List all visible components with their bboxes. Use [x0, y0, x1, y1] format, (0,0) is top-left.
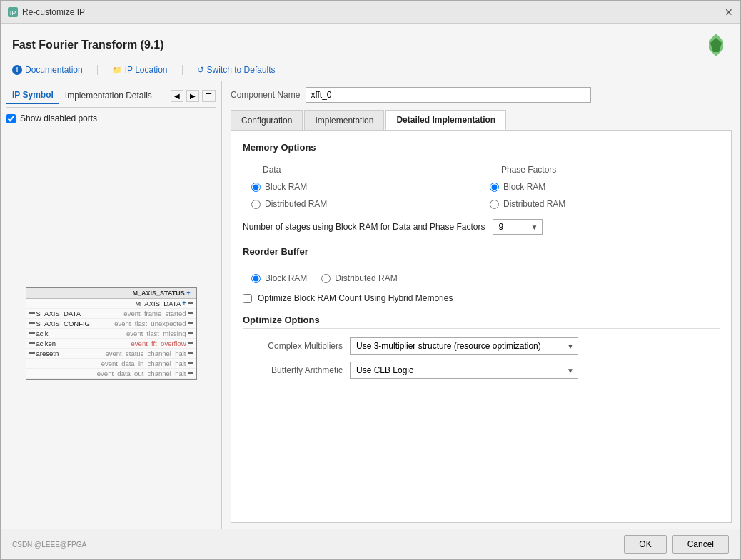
complex-multipliers-row: Complex Multipliers Use 3-multiplier str…	[243, 337, 720, 355]
block-ram-row: Block RAM Block RAM	[243, 180, 720, 193]
phase-block-ram-radio[interactable]	[490, 183, 499, 192]
stages-label: Number of stages using Block RAM for Dat…	[243, 222, 485, 232]
butterfly-arithmetic-label: Butterfly Arithmetic	[243, 365, 343, 375]
left-panel-nav: ◀ ▶ ☰	[171, 90, 216, 102]
data-distributed-ram-label: Distributed RAM	[265, 199, 327, 209]
component-name-input[interactable]: xfft_0	[306, 87, 591, 103]
close-button[interactable]: ✕	[725, 6, 733, 18]
main-content: IP Symbol Implementation Details ◀ ▶ ☰ S…	[1, 81, 740, 529]
main-window: IP Re-customize IP ✕ Fast Fourier Transf…	[0, 0, 741, 560]
phase-distributed-ram-radio[interactable]	[490, 200, 499, 209]
tab-detailed-implementation[interactable]: Detailed Implementation	[385, 110, 506, 130]
memory-col-headers: Data Phase Factors	[243, 165, 720, 175]
data-block-ram-radio[interactable]	[251, 183, 261, 192]
stages-select[interactable]: 1234 5678 910	[493, 219, 543, 235]
stages-select-wrapper: 1234 5678 910 ▼	[493, 219, 543, 235]
optimize-options-section: Optimize Options Complex Multipliers Use…	[243, 315, 720, 379]
tab-content-detailed: Memory Options Data Phase Factors Block …	[231, 131, 732, 523]
component-name-row: Component Name xfft_0	[231, 87, 732, 103]
header: Fast Fourier Transform (9.1) i Documenta…	[1, 24, 740, 81]
tab-implementation[interactable]: Implementation	[304, 110, 384, 130]
optimize-checkbox-row: Optimize Block RAM Count Using Hybrid Me…	[243, 293, 720, 303]
switch-to-defaults-link[interactable]: ↺ Switch to Defaults	[197, 65, 276, 75]
app-title: Fast Fourier Transform (9.1)	[12, 39, 164, 51]
nav-menu-button[interactable]: ☰	[202, 90, 216, 102]
right-panel: Component Name xfft_0 Configuration Impl…	[222, 81, 740, 529]
optimize-hybrid-label: Optimize Block RAM Count Using Hybrid Me…	[258, 293, 453, 303]
tab-configuration[interactable]: Configuration	[231, 110, 303, 130]
tab-ip-symbol[interactable]: IP Symbol	[6, 87, 59, 104]
phase-distributed-ram-label: Distributed RAM	[503, 199, 565, 209]
reorder-block-ram: Block RAM	[251, 273, 307, 283]
symbol-title: M_AXIS_STATUS +	[26, 288, 196, 299]
reorder-buffer-section: Reorder Buffer Block RAM Distributed RAM	[243, 246, 720, 303]
tab-implementation-details[interactable]: Implementation Details	[59, 88, 158, 103]
stages-row: Number of stages using Block RAM for Dat…	[243, 219, 720, 235]
refresh-icon: ↺	[197, 65, 204, 75]
memory-options-section: Memory Options Data Phase Factors Block …	[243, 142, 720, 235]
app-icon: IP	[8, 7, 18, 17]
nav-next-button[interactable]: ▶	[186, 90, 199, 102]
ok-button[interactable]: OK	[624, 535, 666, 554]
symbol-port-m-axis-data: M_AXIS_DATA +	[26, 299, 196, 309]
reorder-radio-row: Block RAM Distributed RAM	[243, 269, 720, 287]
title-bar-left: IP Re-customize IP	[8, 7, 85, 17]
ip-location-link[interactable]: 📁 IP Location	[112, 65, 168, 75]
header-title-row: Fast Fourier Transform (9.1)	[12, 32, 729, 58]
cancel-button[interactable]: Cancel	[672, 535, 729, 554]
symbol-box: M_AXIS_STATUS + M_AXIS_DATA +	[26, 287, 197, 380]
reorder-block-ram-radio[interactable]	[251, 274, 261, 283]
phase-factors-col-header: Phase Factors	[481, 165, 720, 175]
symbol-port-row-4: aclken event_fft_overflow	[26, 339, 196, 349]
symbol-port-row-2: S_AXIS_CONFIG event_tlast_unexpected	[26, 319, 196, 329]
title-bar: IP Re-customize IP ✕	[1, 1, 740, 24]
location-icon: 📁	[112, 66, 122, 75]
reorder-distributed-ram: Distributed RAM	[321, 273, 397, 283]
memory-options-title: Memory Options	[243, 142, 720, 156]
data-distributed-ram: Distributed RAM	[243, 198, 481, 210]
toolbar-divider-1	[97, 65, 98, 75]
show-ports-label: Show disabled ports	[20, 113, 97, 123]
switch-to-defaults-label: Switch to Defaults	[207, 65, 276, 75]
symbol-port-row-1: S_AXIS_DATA event_frame_started	[26, 309, 196, 319]
documentation-link[interactable]: i Documentation	[12, 65, 83, 75]
main-tabs-row: Configuration Implementation Detailed Im…	[231, 110, 732, 131]
symbol-diagram: M_AXIS_STATUS + M_AXIS_DATA +	[26, 287, 197, 380]
reorder-distributed-ram-label: Distributed RAM	[335, 273, 397, 283]
ip-location-label: IP Location	[125, 65, 168, 75]
butterfly-arithmetic-row: Butterfly Arithmetic Use CLB Logic Use D…	[243, 362, 720, 379]
documentation-label: Documentation	[25, 65, 83, 75]
data-block-ram-label: Block RAM	[265, 182, 307, 192]
symbol-port-row-5: aresetn event_status_channel_halt	[26, 349, 196, 359]
svg-text:IP: IP	[10, 9, 16, 16]
watermark: CSDN @LEEE@FPGA	[12, 541, 86, 549]
reorder-distributed-ram-radio[interactable]	[321, 274, 331, 283]
info-icon: i	[12, 65, 22, 75]
optimize-options-title: Optimize Options	[243, 315, 720, 329]
complex-multipliers-select-wrapper: Use 3-multiplier structure (resource opt…	[350, 337, 578, 355]
symbol-container: M_AXIS_STATUS + M_AXIS_DATA +	[6, 129, 216, 523]
reorder-buffer-title: Reorder Buffer	[243, 246, 720, 260]
butterfly-select[interactable]: Use CLB Logic Use DSPs	[350, 362, 578, 379]
symbol-port-row-7: event_data_out_channel_halt	[26, 369, 196, 379]
distributed-ram-row: Distributed RAM Distributed RAM	[243, 198, 720, 210]
symbol-port-row-6: event_data_in_channel_halt	[26, 359, 196, 369]
data-distributed-ram-radio[interactable]	[251, 200, 261, 209]
footer: CSDN @LEEE@FPGA OK Cancel	[1, 529, 740, 559]
left-panel: IP Symbol Implementation Details ◀ ▶ ☰ S…	[1, 81, 222, 529]
xilinx-logo	[703, 32, 729, 58]
component-name-label: Component Name	[231, 90, 300, 100]
symbol-port-row-3: aclk event_tlast_missing	[26, 329, 196, 339]
optimize-hybrid-checkbox[interactable]	[243, 294, 252, 303]
nav-prev-button[interactable]: ◀	[171, 90, 183, 102]
complex-multipliers-select[interactable]: Use 3-multiplier structure (resource opt…	[350, 337, 578, 355]
data-col-header: Data	[243, 165, 481, 175]
left-panel-tabs: IP Symbol Implementation Details ◀ ▶ ☰	[6, 87, 216, 108]
butterfly-select-wrapper: Use CLB Logic Use DSPs ▼	[350, 362, 578, 379]
show-ports-row: Show disabled ports	[6, 113, 216, 123]
data-block-ram: Block RAM	[243, 180, 481, 193]
phase-block-ram-label: Block RAM	[503, 182, 545, 192]
phase-distributed-ram: Distributed RAM	[481, 198, 720, 210]
show-ports-checkbox[interactable]	[6, 114, 16, 123]
phase-block-ram: Block RAM	[481, 180, 720, 193]
